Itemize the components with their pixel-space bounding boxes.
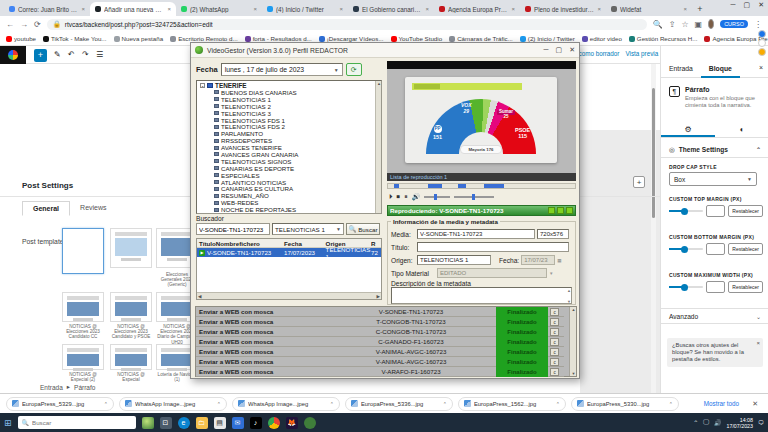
theme-settings-accordion[interactable]: ◎ Theme Settings ⌃: [661, 142, 768, 158]
bookmark[interactable]: Cámaras de Tráfic...: [449, 35, 513, 42]
bottom-margin-slider[interactable]: [669, 248, 703, 250]
tree-item[interactable]: WEB-REDES: [197, 199, 381, 206]
descripcion-textarea[interactable]: [391, 287, 572, 304]
template-card[interactable]: [62, 292, 104, 322]
maximize-icon[interactable]: ▢: [744, 1, 751, 9]
start-button[interactable]: ⊞: [4, 418, 12, 428]
download-item[interactable]: EuropaPress_5336...jpg⌃: [345, 397, 453, 411]
mail-app-icon[interactable]: ✉: [232, 417, 244, 429]
notes-app-icon[interactable]: ▤: [214, 417, 226, 429]
tree-root[interactable]: - TENERIFE: [197, 81, 381, 89]
tree-item[interactable]: CANARIAS ES CULTURA: [197, 185, 381, 192]
new-tab-button[interactable]: +: [694, 4, 706, 16]
pause-button[interactable]: ⏸: [404, 193, 408, 201]
max-width-input[interactable]: [706, 281, 726, 293]
origin-select[interactable]: TELENOTICIAS 1▼: [272, 223, 344, 235]
videogestor-titlebar[interactable]: VideoGestor (Version 3.6.0) Perfil REDAC…: [191, 43, 579, 58]
close-icon[interactable]: ×: [597, 6, 601, 12]
styles-contrast-icon[interactable]: ◐: [715, 122, 768, 137]
tree-item[interactable]: TELENOTICIAS 3: [197, 110, 381, 117]
bookmark[interactable]: Escritorio Remoto d...: [170, 35, 238, 42]
tree-item[interactable]: PARLAMENTO: [197, 130, 381, 137]
site-logo[interactable]: [0, 46, 26, 64]
reset-button[interactable]: Restablecer: [728, 205, 763, 217]
close-icon[interactable]: ×: [511, 6, 515, 12]
collapse-icon[interactable]: -: [200, 83, 205, 88]
close-icon[interactable]: ×: [253, 6, 257, 12]
top-margin-input[interactable]: [706, 205, 726, 217]
browser-menu-icon[interactable]: ⋮: [754, 20, 762, 29]
scroll-down-icon[interactable]: ▼: [567, 299, 571, 304]
bookmark-star-icon[interactable]: ☆: [681, 20, 688, 29]
close-sidebar-icon[interactable]: ×: [759, 64, 763, 71]
scroll-down-icon[interactable]: ▼: [570, 371, 577, 376]
tab-widefat[interactable]: Widefat×: [606, 2, 692, 16]
sidebar-panel-icon[interactable]: ▣: [695, 20, 703, 29]
scroll-left-icon[interactable]: ◀: [198, 294, 201, 299]
template-card[interactable]: [110, 292, 152, 322]
chevron-up-icon[interactable]: ⌃: [443, 401, 447, 407]
chevron-up-icon[interactable]: ⌃: [104, 401, 108, 407]
url-field[interactable]: 🔒 rtvcas/backend/post.php?post=324725&ac…: [47, 19, 647, 30]
tab-entrada[interactable]: Entrada: [661, 60, 701, 78]
bookmark[interactable]: Gestión Recursos H...: [629, 35, 698, 42]
video-player[interactable]: PP 151 VOX 29 Sumar 25 PSOE 115 Mayoría …: [387, 61, 576, 181]
close-icon[interactable]: ×: [339, 6, 343, 12]
tiktok-icon[interactable]: ♪: [250, 417, 262, 429]
tab-reviews[interactable]: Reviews: [70, 201, 116, 216]
tree-item[interactable]: TELENOTICIAS FDS 2: [197, 123, 381, 130]
list-view-icon[interactable]: ☰: [96, 50, 103, 59]
show-all-downloads-button[interactable]: Mostrar todo: [704, 400, 739, 407]
tab-bloque[interactable]: Bloque: [701, 60, 740, 78]
reload-icon[interactable]: ⟳: [34, 20, 41, 29]
play-button[interactable]: ⏵: [389, 193, 393, 201]
download-item[interactable]: WhatsApp Image...jpeg⌃: [119, 397, 227, 411]
tab-general[interactable]: General: [22, 201, 70, 216]
undo-icon[interactable]: ↶: [68, 50, 75, 59]
tree-item[interactable]: AVANCES TENERIFE: [197, 144, 381, 151]
tree-item[interactable]: TELENOTICIAS FDS 1: [197, 117, 381, 124]
task-cancel-button[interactable]: c: [550, 338, 559, 346]
weather-widget-icon[interactable]: [142, 417, 154, 429]
breadcrumb-parrafo[interactable]: Párrafo: [74, 384, 95, 391]
bookmark[interactable]: editor video: [582, 35, 622, 42]
close-downloads-icon[interactable]: ✕: [752, 400, 758, 408]
template-card[interactable]: [110, 228, 152, 268]
share-icon[interactable]: ⇪: [669, 20, 676, 29]
profile-name-chip[interactable]: CURSO: [720, 20, 748, 28]
tree-item[interactable]: TELENOTICIAS SIGNOS: [197, 158, 381, 165]
network-icon[interactable]: 🖵: [703, 419, 709, 426]
bottom-margin-input[interactable]: [706, 243, 726, 255]
forward-icon[interactable]: →: [20, 20, 28, 29]
task-cancel-button[interactable]: c: [550, 358, 559, 366]
search-input[interactable]: [196, 223, 270, 235]
media-field[interactable]: V-SONDE-TN1-170723: [417, 229, 535, 239]
tree-item[interactable]: ESPECIALES: [197, 172, 381, 179]
drop-cap-select[interactable]: Box ▼: [669, 172, 757, 186]
horizontal-scrollbar[interactable]: ◀▶: [197, 292, 381, 299]
tab-pleno[interactable]: Pleno de investidura de T...×: [520, 2, 606, 16]
advanced-accordion[interactable]: Avanzado ⌄: [661, 308, 768, 324]
tree-item[interactable]: TELENOTICIAS 1: [197, 96, 381, 103]
edge-icon[interactable]: e: [178, 417, 190, 429]
titulo-field[interactable]: [417, 242, 569, 252]
bookmark[interactable]: TikTok - Make You...: [43, 35, 106, 42]
scroll-right-icon[interactable]: ▶: [377, 294, 380, 299]
send-button[interactable]: [566, 207, 573, 214]
chevron-up-icon[interactable]: ⌃: [217, 401, 221, 407]
close-icon[interactable]: ×: [756, 340, 760, 347]
close-icon[interactable]: ✕: [569, 46, 575, 54]
bookmark[interactable]: YouTube Studio: [391, 35, 443, 42]
extension-icon[interactable]: [758, 48, 766, 56]
task-cancel-button[interactable]: c: [550, 308, 559, 316]
tree-item[interactable]: AVANCES GRAN CANARIA: [197, 151, 381, 158]
block-inserter-button[interactable]: +: [34, 49, 47, 62]
close-icon[interactable]: ×: [81, 6, 85, 12]
clock[interactable]: 14:08 17/07/2023: [726, 417, 753, 429]
tab-gobierno[interactable]: El Gobierno canario emp...×: [348, 2, 434, 16]
jog-slider[interactable]: [454, 196, 494, 198]
download-item[interactable]: WhatsApp Image...jpeg⌃: [232, 397, 340, 411]
tab-europapress-1[interactable]: Agencia Europa Press | Ki...×: [434, 2, 520, 16]
task-view-icon[interactable]: ⊡: [160, 417, 172, 429]
edit-pencil-icon[interactable]: ✎: [54, 50, 61, 59]
